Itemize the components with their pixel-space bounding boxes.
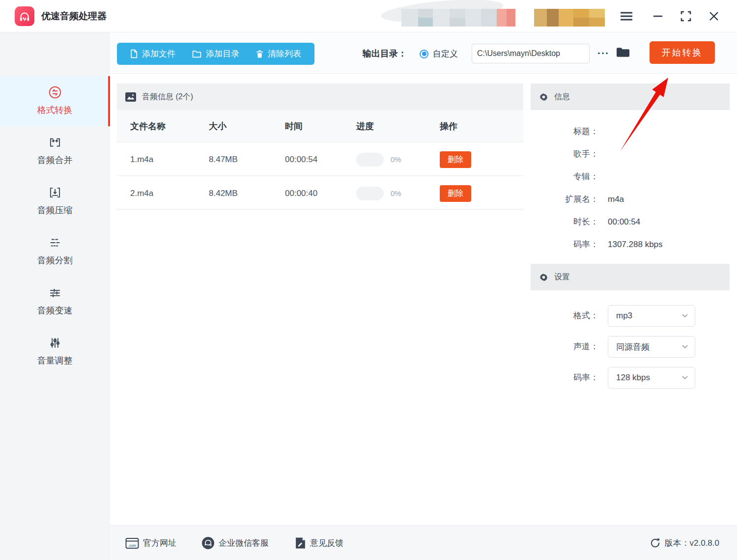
folder-icon xyxy=(192,50,201,58)
dropdown-value: mp3 xyxy=(616,311,682,321)
progress-bar xyxy=(356,153,384,167)
settings-field-bitrate: 码率： 128 kbps xyxy=(531,367,730,389)
feedback-icon xyxy=(295,537,306,549)
official-website-link[interactable]: .com 官方网址 xyxy=(125,526,176,560)
official-website-label: 官方网址 xyxy=(143,537,176,549)
col-size: 大小 xyxy=(209,110,227,142)
add-file-label: 添加文件 xyxy=(142,48,175,59)
sidebar-item-audio-compress[interactable]: 音频压缩 xyxy=(0,176,110,226)
sidebar-item-label: 格式转换 xyxy=(0,104,110,116)
col-time: 时间 xyxy=(285,110,303,142)
wechat-support-link[interactable]: 企业微信客服 xyxy=(201,526,269,560)
channel-dropdown[interactable]: 同源音频 xyxy=(608,336,695,358)
file-time: 00:00:40 xyxy=(285,176,317,210)
sidebar: 格式转换 音频合并 音频压缩 音频 xyxy=(0,32,110,560)
sidebar-item-label: 音频分割 xyxy=(0,254,110,266)
format-convert-icon xyxy=(0,85,110,100)
clear-list-button[interactable]: 清除列表 xyxy=(248,43,310,65)
add-folder-label: 添加目录 xyxy=(206,48,239,59)
field-label: 格式： xyxy=(531,305,598,327)
settings-title: 设置 xyxy=(554,272,570,282)
main-content: 音频信息 (2个) 文件名称 大小 时间 进度 操作 1.m4a 8.47MB … xyxy=(110,74,737,525)
settings-header: 设置 xyxy=(531,264,730,290)
table-row: 2.m4a 8.42MB 00:00:40 0% 删除 xyxy=(117,176,523,210)
field-value: 00:00:54 xyxy=(608,211,640,233)
progress-percent: 0% xyxy=(391,176,401,210)
sidebar-item-volume-adjust[interactable]: 音量调整 xyxy=(0,327,110,377)
info-field-title: 标题： xyxy=(531,120,730,143)
info-field-duration: 时长： 00:00:54 xyxy=(531,211,730,233)
dropdown-value: 128 kbps xyxy=(616,373,682,383)
close-icon[interactable] xyxy=(706,8,722,24)
audio-file-panel: 音频信息 (2个) 文件名称 大小 时间 进度 操作 1.m4a 8.47MB … xyxy=(117,84,523,521)
radio-selected-icon xyxy=(420,50,428,58)
website-icon: .com xyxy=(125,537,139,549)
update-refresh-icon xyxy=(650,537,661,549)
file-icon xyxy=(130,49,138,58)
audio-info-header: 音频信息 (2个) xyxy=(117,84,523,110)
chevron-down-icon xyxy=(682,376,688,380)
field-label: 声道： xyxy=(531,336,598,358)
info-field-bitrate: 码率： 1307.288 kbps xyxy=(531,233,730,256)
field-value: 1307.288 kbps xyxy=(608,233,663,256)
maximize-icon[interactable] xyxy=(678,8,694,24)
field-value: m4a xyxy=(608,188,624,211)
audio-split-icon xyxy=(0,235,110,250)
add-folder-button[interactable]: 添加目录 xyxy=(184,43,248,65)
censored-badge xyxy=(534,7,605,28)
sidebar-item-format-convert[interactable]: 格式转换 xyxy=(0,76,110,126)
audio-merge-icon xyxy=(0,135,110,150)
file-size: 8.42MB xyxy=(209,176,238,210)
field-label: 码率： xyxy=(531,233,598,256)
sidebar-item-audio-merge[interactable]: 音频合并 xyxy=(0,126,110,176)
feedback-link[interactable]: 意见反馈 xyxy=(295,526,343,560)
version-info[interactable]: 版本：v2.0.8.0 xyxy=(650,526,720,560)
audio-speed-icon xyxy=(0,285,110,300)
volume-adjust-icon xyxy=(0,336,110,350)
footer-bar: .com 官方网址 企业微信客服 意见反馈 版本：v2.0.8.0 xyxy=(110,525,737,560)
field-label: 专辑： xyxy=(531,166,598,188)
wechat-support-label: 企业微信客服 xyxy=(219,537,269,549)
info-field-artist: 歌手： xyxy=(531,143,730,166)
browse-folder-icon[interactable] xyxy=(616,47,630,60)
output-path-input[interactable] xyxy=(472,44,590,63)
more-options-button[interactable]: ··· xyxy=(595,44,612,63)
title-bar: 优速音频处理器 xyxy=(0,0,737,32)
clear-list-label: 清除列表 xyxy=(268,48,301,59)
custom-output-radio[interactable]: 自定义 xyxy=(420,43,458,65)
info-field-album: 专辑： xyxy=(531,166,730,188)
col-filename: 文件名称 xyxy=(130,110,166,142)
output-dir-label: 输出目录： xyxy=(363,43,407,65)
sidebar-item-audio-speed[interactable]: 音频变速 xyxy=(0,277,110,327)
file-name: 1.m4a xyxy=(130,142,153,176)
audio-compress-icon xyxy=(0,185,110,200)
table-header-row: 文件名称 大小 时间 进度 操作 xyxy=(117,110,523,142)
sidebar-item-label: 音频变速 xyxy=(0,305,110,316)
chevron-down-icon xyxy=(682,314,688,318)
info-field-extension: 扩展名： m4a xyxy=(531,188,730,211)
toolbar: 添加文件 添加目录 清除列表 输出目录： 自定义 ··· 开始转换 xyxy=(110,32,737,74)
dropdown-value: 同源音频 xyxy=(616,341,682,353)
chevron-down-icon xyxy=(682,345,688,349)
add-file-button[interactable]: 添加文件 xyxy=(122,43,184,65)
start-convert-button[interactable]: 开始转换 xyxy=(650,41,715,64)
trash-icon xyxy=(256,50,263,58)
file-time: 00:00:54 xyxy=(285,142,317,176)
custom-option-label: 自定义 xyxy=(433,48,458,59)
field-label: 标题： xyxy=(531,120,598,143)
table-row: 1.m4a 8.47MB 00:00:54 0% 删除 xyxy=(117,142,523,176)
format-dropdown[interactable]: mp3 xyxy=(608,305,695,327)
svg-text:.com: .com xyxy=(128,543,136,547)
field-label: 歌手： xyxy=(531,143,598,166)
censored-user-info xyxy=(401,7,515,28)
bitrate-dropdown[interactable]: 128 kbps xyxy=(608,367,695,389)
col-action: 操作 xyxy=(440,110,457,142)
menu-icon[interactable] xyxy=(619,8,634,24)
settings-field-channel: 声道： 同源音频 xyxy=(531,336,730,358)
minimize-icon[interactable] xyxy=(650,8,666,24)
gear-icon xyxy=(539,273,548,282)
audio-info-icon xyxy=(125,92,136,102)
sidebar-item-audio-split[interactable]: 音频分割 xyxy=(0,226,110,277)
delete-button[interactable]: 删除 xyxy=(440,185,471,202)
delete-button[interactable]: 删除 xyxy=(440,151,471,168)
